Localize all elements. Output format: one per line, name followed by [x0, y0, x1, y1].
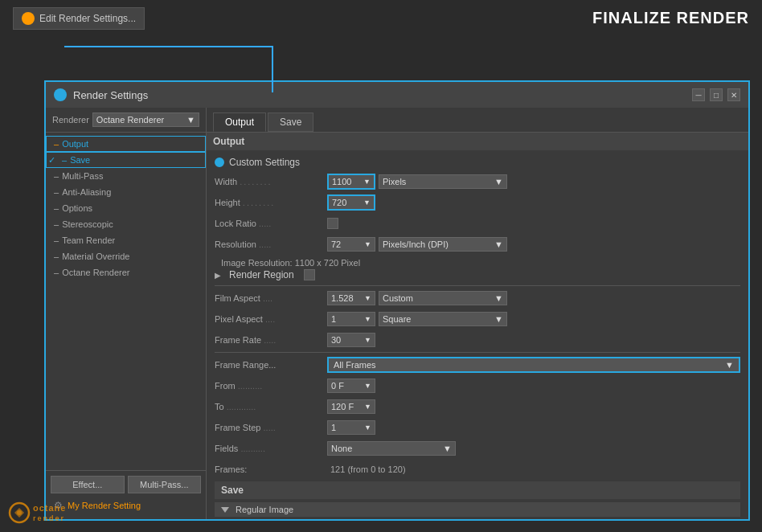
- render-region-row: ▶ Render Region: [215, 269, 740, 280]
- image-resolution-value: 1100 x 720 Pixel: [295, 258, 360, 268]
- tabs-bar: Output Save: [207, 108, 748, 133]
- render-settings-window: Render Settings ─ □ ✕ Renderer Octane Re…: [44, 80, 750, 521]
- nav-item-octanerenderer[interactable]: – Octane Renderer: [46, 264, 206, 280]
- title-controls: ─ □ ✕: [692, 88, 740, 101]
- frame-rate-input[interactable]: 30 ▼: [327, 333, 375, 347]
- nav-item-stereoscopic[interactable]: – Stereoscopic: [46, 216, 206, 232]
- divider-2: [215, 352, 740, 353]
- fields-label: Fields ..........: [215, 444, 327, 453]
- height-input[interactable]: 720 ▼: [327, 194, 375, 211]
- regular-image-label: Regular Image: [236, 505, 293, 514]
- width-controls: 1100 ▼ Pixels ▼: [327, 174, 740, 190]
- pixels-arrow: ▼: [494, 177, 503, 186]
- nav-item-teamrender[interactable]: – Team Render: [46, 232, 206, 248]
- nav-item-output[interactable]: – Output: [46, 136, 206, 152]
- frame-step-input[interactable]: 1 ▼: [327, 420, 375, 435]
- nav-item-multipass[interactable]: – Multi-Pass: [46, 168, 206, 184]
- pixel-aspect-controls: 1 ▼ Square ▼: [327, 312, 740, 326]
- pixel-aspect-row: Pixel Aspect .... 1 ▼ Square ▼: [215, 310, 740, 328]
- fields-dropdown[interactable]: None ▼: [327, 441, 456, 456]
- octane-logo: octanerender: [8, 501, 66, 524]
- nav-item-save[interactable]: ✓ – Save: [46, 152, 206, 168]
- frame-step-value: 1: [331, 423, 336, 432]
- tab-output-label: Output: [225, 117, 254, 128]
- render-region-label: Render Region: [229, 269, 294, 280]
- window-title: Render Settings: [73, 89, 148, 101]
- width-row: Width ........ 1100 ▼ Pixels ▼: [215, 173, 740, 190]
- nav-label-teamrender: Team Render: [62, 235, 115, 245]
- nav-item-materialoverride[interactable]: – Material Override: [46, 248, 206, 264]
- frame-rate-row: Frame Rate ..... 30 ▼: [215, 331, 740, 349]
- tab-save-label: Save: [280, 117, 301, 128]
- window-icon: [54, 88, 67, 101]
- width-arrow: ▼: [363, 178, 371, 186]
- frame-range-arrow: ▼: [725, 360, 734, 370]
- frames-info-row: Frames: 121 (from 0 to 120): [215, 460, 740, 478]
- resolution-controls: 72 ▼ Pixels/Inch (DPI) ▼: [327, 237, 740, 252]
- output-section-label: Output: [213, 136, 244, 147]
- nav-dash-options: –: [54, 203, 59, 213]
- custom-radio[interactable]: [215, 158, 224, 167]
- width-value: 1100: [332, 177, 351, 186]
- minimize-button[interactable]: ─: [692, 88, 705, 101]
- frame-range-dropdown[interactable]: All Frames ▼: [327, 357, 740, 373]
- resolution-arrow: ▼: [364, 240, 371, 248]
- render-region-triangle: ▶: [215, 271, 221, 280]
- title-bar-left: Render Settings: [54, 88, 148, 101]
- pixel-aspect-mode-dropdown[interactable]: Square ▼: [379, 312, 507, 326]
- from-value: 0 F: [331, 381, 344, 391]
- nav-label-multipass: Multi-Pass: [62, 171, 103, 181]
- frame-step-arrow: ▼: [364, 424, 371, 432]
- width-label: Width ........: [215, 177, 327, 186]
- pixel-aspect-input[interactable]: 1 ▼: [327, 312, 375, 326]
- nav-label-matoverride: Material Override: [62, 252, 129, 261]
- height-controls: 720 ▼: [327, 194, 740, 211]
- pixel-aspect-label: Pixel Aspect ....: [215, 314, 327, 324]
- from-controls: 0 F ▼: [327, 379, 740, 393]
- content-area[interactable]: Custom Settings Width ........ 1100 ▼: [207, 150, 748, 519]
- lock-ratio-checkbox[interactable]: [327, 218, 338, 229]
- edit-render-label: Edit Render Settings...: [39, 13, 136, 24]
- pixels-dropdown[interactable]: Pixels ▼: [379, 174, 507, 189]
- render-region-checkbox[interactable]: [304, 269, 315, 280]
- nav-item-options[interactable]: – Options: [46, 200, 206, 216]
- multipass-button[interactable]: Multi-Pass...: [128, 476, 202, 493]
- film-aspect-mode-dropdown[interactable]: Custom ▼: [379, 291, 507, 305]
- maximize-button[interactable]: □: [710, 88, 723, 101]
- tab-save[interactable]: Save: [268, 113, 313, 132]
- edit-render-button[interactable]: Edit Render Settings...: [13, 7, 145, 30]
- film-aspect-arrow: ▼: [364, 294, 371, 302]
- resolution-input[interactable]: 72 ▼: [327, 237, 375, 252]
- to-input[interactable]: 120 F ▼: [327, 399, 375, 414]
- film-aspect-input[interactable]: 1.528 ▼: [327, 291, 375, 305]
- top-bar: Edit Render Settings... FINALIZE RENDER: [0, 0, 762, 36]
- fields-controls: None ▼: [327, 441, 740, 456]
- renderer-value: Octane Renderer: [96, 115, 164, 125]
- finalize-title: FINALIZE RENDER: [592, 9, 749, 27]
- frame-range-row: Frame Range... All Frames ▼: [215, 356, 740, 374]
- pixel-aspect-mode-arrow: ▼: [494, 314, 503, 324]
- maximize-icon: □: [714, 91, 719, 100]
- film-aspect-controls: 1.528 ▼ Custom ▼: [327, 291, 740, 305]
- frame-rate-arrow: ▼: [364, 336, 371, 344]
- to-row: To ............ 120 F ▼: [215, 398, 740, 415]
- nav-dash-teamrender: –: [54, 235, 59, 245]
- minimize-icon: ─: [695, 91, 701, 100]
- tab-output[interactable]: Output: [213, 113, 266, 132]
- from-row: From .......... 0 F ▼: [215, 377, 740, 395]
- effect-button[interactable]: Effect...: [51, 476, 125, 493]
- nav-item-antialiasing[interactable]: – Anti-Aliasing: [46, 184, 206, 200]
- image-resolution-label: Image Resolution:: [221, 258, 293, 268]
- renderer-select[interactable]: Octane Renderer ▼: [92, 113, 199, 127]
- resolution-unit-dropdown[interactable]: Pixels/Inch (DPI) ▼: [379, 237, 507, 252]
- width-input[interactable]: 1100 ▼: [327, 174, 375, 190]
- nav-label-octane: Octane Renderer: [62, 268, 129, 277]
- from-input[interactable]: 0 F ▼: [327, 379, 375, 393]
- octane-logo-icon: [8, 501, 31, 524]
- custom-settings-row: Custom Settings: [215, 157, 740, 168]
- resolution-unit-arrow: ▼: [494, 239, 503, 249]
- close-button[interactable]: ✕: [727, 88, 740, 101]
- regular-image-header: Regular Image: [215, 502, 740, 517]
- regular-image-chevron: [221, 507, 229, 513]
- film-aspect-row: Film Aspect .... 1.528 ▼ Custom ▼: [215, 289, 740, 307]
